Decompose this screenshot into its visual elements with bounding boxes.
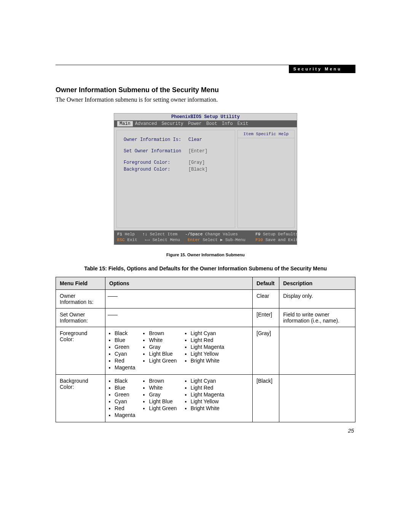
option-item: Green bbox=[115, 391, 135, 398]
cell-description bbox=[279, 327, 355, 375]
option-item: Cyan bbox=[115, 398, 135, 404]
key-pmspace: -/Space bbox=[185, 232, 202, 237]
bios-field-value: [Black] bbox=[188, 167, 207, 172]
bios-menu-advanced[interactable]: Advanced bbox=[135, 121, 162, 126]
key-f9: F9 bbox=[255, 232, 260, 237]
option-item: White bbox=[149, 337, 177, 343]
option-item: Light Green bbox=[149, 405, 177, 411]
option-item: Magenta bbox=[115, 364, 135, 371]
cell-options: BlackBlueGreenCyanRedMagentaBrownWhiteGr… bbox=[105, 375, 253, 422]
cell-default: [Black] bbox=[253, 375, 279, 422]
bios-menubar: Main Advanced Security Power Boot Info E… bbox=[114, 120, 297, 127]
th-default: Default bbox=[253, 277, 279, 290]
cell-default: [Gray] bbox=[253, 327, 279, 375]
bios-menu-info[interactable]: Info bbox=[222, 121, 237, 126]
table-row: Background Color:BlackBlueGreenCyanRedMa… bbox=[56, 375, 355, 422]
cell-description: Field to write owner information (i.e., … bbox=[279, 308, 355, 327]
option-item: Green bbox=[115, 344, 135, 350]
lbl-change-values: Change Values bbox=[205, 232, 238, 237]
lbl-save-exit: Save and Exit bbox=[266, 237, 298, 243]
option-item: Light Red bbox=[191, 337, 225, 343]
options-column: BlackBlueGreenCyanRedMagenta bbox=[108, 330, 135, 371]
options-column: BrownWhiteGrayLight BlueLight Green bbox=[142, 330, 177, 371]
key-f10: F10 bbox=[255, 237, 263, 243]
bios-field-value: Clear bbox=[188, 137, 202, 142]
options-column: BlackBlueGreenCyanRedMagenta bbox=[108, 378, 135, 419]
cell-menu-field: Background Color: bbox=[56, 375, 105, 422]
cell-menu-field: Owner Information Is: bbox=[56, 290, 105, 308]
option-item: Light Yellow bbox=[191, 351, 225, 357]
option-item: Light Magenta bbox=[191, 344, 225, 350]
options-column: Light CyanLight RedLight MagentaLight Ye… bbox=[184, 330, 225, 371]
key-esc: ESC bbox=[117, 237, 125, 243]
page-number: 25 bbox=[348, 428, 354, 434]
bios-title: PhoenixBIOS Setup Utility bbox=[114, 113, 297, 120]
option-item: Bright White bbox=[191, 405, 225, 411]
bios-menu-boot[interactable]: Boot bbox=[206, 121, 222, 126]
option-item: Bright White bbox=[191, 358, 225, 364]
figure-caption: Figure 15. Owner Information Submenu bbox=[56, 252, 355, 257]
cell-default: [Enter] bbox=[253, 308, 279, 327]
cell-description bbox=[279, 375, 355, 422]
option-item: White bbox=[149, 385, 177, 391]
bios-field-fg-color[interactable]: Foreground Color: [Gray] bbox=[124, 160, 229, 165]
option-item: Light Blue bbox=[149, 351, 177, 357]
key-f1: F1 bbox=[117, 232, 122, 237]
option-item: Red bbox=[115, 358, 135, 364]
cell-description: Display only. bbox=[279, 290, 355, 308]
option-item: Cyan bbox=[115, 351, 135, 357]
bios-field-label: Set Owner Information bbox=[124, 149, 188, 154]
fields-table: Menu Field Options Default Description O… bbox=[56, 277, 355, 422]
cell-menu-field: Foreground Color: bbox=[56, 327, 105, 375]
option-item: Blue bbox=[115, 385, 135, 391]
option-item: Black bbox=[115, 378, 135, 384]
key-leftright: ←→ bbox=[145, 237, 150, 243]
th-options: Options bbox=[105, 277, 253, 290]
header-tab: Security Menu bbox=[56, 65, 355, 75]
option-item: Gray bbox=[149, 391, 177, 398]
option-item: Red bbox=[115, 405, 135, 411]
cell-options: —— bbox=[105, 290, 253, 308]
option-item: Light Yellow bbox=[191, 398, 225, 404]
bios-footer: F1 Help ↑↓ Select Item -/Space Change Va… bbox=[114, 230, 297, 244]
table-row: Owner Information Is:——ClearDisplay only… bbox=[56, 290, 355, 308]
table-row: Foreground Color:BlackBlueGreenCyanRedMa… bbox=[56, 327, 355, 375]
lbl-exit: Exit bbox=[127, 237, 137, 243]
section-intro: The Owner Information submenu is for set… bbox=[56, 96, 355, 103]
bios-field-set-owner-info[interactable]: Set Owner Information [Enter] bbox=[124, 149, 229, 154]
option-item: Brown bbox=[149, 378, 177, 384]
bios-figure: PhoenixBIOS Setup Utility Main Advanced … bbox=[114, 113, 297, 245]
bios-field-bg-color[interactable]: Background Color: [Black] bbox=[124, 167, 229, 172]
lbl-select-menu: Select Menu bbox=[152, 237, 180, 243]
option-item: Light Green bbox=[149, 358, 177, 364]
lbl-setup-defaults: Setup Defaults bbox=[263, 232, 298, 237]
cell-default: Clear bbox=[253, 290, 279, 308]
option-item: Black bbox=[115, 330, 135, 336]
bios-field-label: Foreground Color: bbox=[124, 160, 188, 165]
th-description: Description bbox=[279, 277, 355, 290]
option-item: Light Blue bbox=[149, 398, 177, 404]
option-item: Brown bbox=[149, 330, 177, 336]
option-item: Blue bbox=[115, 337, 135, 343]
option-item: Gray bbox=[149, 344, 177, 350]
bios-field-value: [Gray] bbox=[188, 160, 205, 165]
option-item: Light Cyan bbox=[191, 378, 225, 384]
th-menu-field: Menu Field bbox=[56, 277, 105, 290]
options-column: BrownWhiteGrayLight BlueLight Green bbox=[142, 378, 177, 419]
option-item: Light Magenta bbox=[191, 391, 225, 398]
bios-menu-exit[interactable]: Exit bbox=[237, 121, 253, 126]
bios-fields-panel: Owner Information Is: Clear Set Owner In… bbox=[116, 130, 235, 228]
bios-menu-power[interactable]: Power bbox=[188, 121, 206, 126]
bios-menu-main[interactable]: Main bbox=[117, 121, 133, 126]
bios-field-owner-info-is: Owner Information Is: Clear bbox=[124, 137, 229, 142]
option-item: Light Cyan bbox=[191, 330, 225, 336]
table-caption: Table 15: Fields, Options and Defaults f… bbox=[56, 265, 355, 272]
key-updown: ↑↓ bbox=[142, 232, 147, 237]
key-enter: Enter bbox=[188, 237, 200, 243]
bios-help-panel: Item Specific Help bbox=[237, 130, 295, 228]
lbl-help: Help bbox=[125, 232, 135, 237]
lbl-select-submenu: Select ▶ Sub-Menu bbox=[203, 237, 245, 243]
bios-menu-security[interactable]: Security bbox=[161, 121, 188, 126]
table-header-row: Menu Field Options Default Description bbox=[56, 277, 355, 290]
cell-options: BlackBlueGreenCyanRedMagentaBrownWhiteGr… bbox=[105, 327, 253, 375]
